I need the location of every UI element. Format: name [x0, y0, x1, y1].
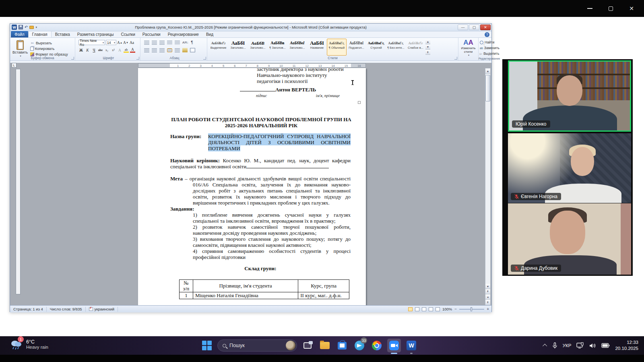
- microphone-icon[interactable]: [552, 342, 557, 349]
- dialog-launcher-icon[interactable]: [136, 57, 139, 60]
- word-close-button[interactable]: ✕: [480, 25, 491, 30]
- style-item[interactable]: АаБбВвГг, ¶ Без инте...: [386, 39, 406, 56]
- zoom-level[interactable]: 100%: [442, 307, 452, 311]
- zoom-in-icon[interactable]: +: [487, 307, 489, 311]
- file-explorer-button[interactable]: [318, 339, 332, 352]
- cast-display-icon[interactable]: [576, 342, 584, 349]
- sort-icon[interactable]: АЯ↓: [182, 41, 188, 44]
- numbering-icon[interactable]: [152, 41, 157, 45]
- start-button[interactable]: [200, 339, 214, 352]
- tab-view[interactable]: Вид: [202, 31, 217, 37]
- change-case-icon[interactable]: Аа: [129, 40, 134, 45]
- align-right-icon[interactable]: [159, 48, 165, 52]
- shrink-font-icon[interactable]: А▼: [123, 40, 128, 45]
- word-titlebar[interactable]: W ↶ ▾ Проблемна група_Косенко Ю.М._2025-…: [10, 24, 491, 31]
- zoom-slider[interactable]: [459, 309, 484, 310]
- word-maximize-button[interactable]: ▢: [469, 25, 479, 30]
- language-indicator[interactable]: УКР: [563, 343, 572, 348]
- tray-overflow-chevron-icon[interactable]: [543, 344, 547, 348]
- grow-font-icon[interactable]: А▲: [117, 40, 122, 45]
- justify-icon[interactable]: [167, 48, 172, 52]
- microsoft-store-button[interactable]: [335, 339, 349, 352]
- align-left-icon[interactable]: [144, 48, 149, 52]
- text-effects-icon[interactable]: А: [117, 48, 122, 53]
- style-item[interactable]: АаБбВ Заголово...: [248, 39, 268, 56]
- styles-more-icon[interactable]: ⇟: [425, 50, 430, 55]
- participant-video[interactable]: Дарина Дубовик: [508, 203, 631, 275]
- change-styles-button[interactable]: АА Изменить стили ▾: [458, 38, 478, 56]
- vertical-scrollbar[interactable]: ▲ ▼ ⇞ ● ⇟: [485, 68, 491, 305]
- status-word-count[interactable]: Число слов: 9/835: [47, 307, 86, 312]
- document-page[interactable]: заступник директора з наукової роботи На…: [138, 68, 366, 305]
- weather-widget[interactable]: 1 6°C Heavy rain: [10, 338, 48, 351]
- browse-prev-icon[interactable]: ⇞: [485, 289, 490, 294]
- scrollbar-thumb[interactable]: [485, 75, 490, 101]
- styles-scroll-up-icon[interactable]: ▲: [425, 39, 430, 44]
- copy-button[interactable]: Копировать: [29, 46, 69, 52]
- superscript-button[interactable]: x²: [111, 48, 116, 53]
- style-item[interactable]: АаБбВеГг Выделение: [208, 39, 228, 56]
- speaker-icon[interactable]: [589, 343, 596, 349]
- cut-button[interactable]: ✂ Вырезать: [29, 40, 69, 46]
- tab-home[interactable]: Главная: [28, 31, 52, 37]
- tab-insert[interactable]: Вставка: [52, 31, 74, 37]
- style-item[interactable]: АаБбВеГе Слабое в...: [406, 39, 425, 56]
- strikethrough-button[interactable]: abc: [98, 48, 103, 53]
- participant-video[interactable]: Євгенія Нагорна: [508, 133, 631, 203]
- scroll-down-icon[interactable]: ▼: [485, 284, 490, 289]
- view-outline-icon[interactable]: [429, 307, 433, 311]
- replace-button[interactable]: ab Заменить: [479, 45, 503, 51]
- italic-button[interactable]: К: [85, 48, 90, 53]
- clock[interactable]: 12:33 20.10.2025: [615, 339, 638, 352]
- maximize-icon[interactable]: [606, 4, 615, 13]
- word-app-button[interactable]: W: [405, 339, 418, 352]
- chrome-button[interactable]: [370, 339, 384, 352]
- battery-icon[interactable]: [601, 343, 610, 348]
- subscript-button[interactable]: x₂: [104, 48, 109, 53]
- view-fullscreen-icon[interactable]: [415, 307, 419, 311]
- highlight-color-button[interactable]: ab: [124, 48, 129, 53]
- telegram-button[interactable]: 33: [353, 339, 366, 352]
- status-page[interactable]: Страница: 1 из 4: [10, 307, 47, 312]
- style-item[interactable]: АаБбВв ¶ Заголов...: [268, 39, 287, 56]
- minimize-icon[interactable]: [585, 4, 594, 13]
- task-view-button[interactable]: [301, 339, 314, 352]
- view-web-icon[interactable]: [422, 307, 426, 311]
- vertical-ruler[interactable]: [16, 69, 21, 294]
- zoom-app-button[interactable]: [387, 339, 401, 352]
- style-item[interactable]: АаБбВвГг, Строгий: [366, 39, 386, 56]
- close-icon[interactable]: ✕: [627, 4, 636, 13]
- style-item[interactable]: АаБбВвІ Заголово...: [287, 39, 307, 56]
- tab-references[interactable]: Ссылки: [118, 31, 139, 37]
- tab-mailings[interactable]: Рассылки: [139, 31, 164, 37]
- underline-button[interactable]: Ч: [91, 48, 97, 53]
- font-color-button[interactable]: А: [130, 48, 135, 53]
- decrease-indent-icon[interactable]: [167, 41, 172, 45]
- participant-video-active[interactable]: Юрій Косенко: [508, 60, 631, 132]
- borders-icon[interactable]: [190, 48, 195, 52]
- tab-page-layout[interactable]: Разметка страницы: [74, 31, 118, 37]
- style-item[interactable]: АаБбІ Название: [307, 39, 327, 56]
- horizontal-ruler[interactable]: 1 2 3 4 5 6 7 8 9 10 11 12 13 14 15 16: [138, 63, 366, 68]
- style-item-selected[interactable]: АаБбВвГг, ¶ Обычный: [327, 39, 347, 56]
- style-item[interactable]: АаБбІ Заголово...: [228, 39, 248, 56]
- styles-scroll-down-icon[interactable]: ▼: [425, 45, 430, 50]
- bold-button[interactable]: Ж: [78, 48, 84, 53]
- dialog-launcher-icon[interactable]: [203, 57, 206, 60]
- browse-next-icon[interactable]: ⇟: [485, 300, 490, 305]
- tab-stop-selector[interactable]: L: [12, 63, 17, 68]
- font-name-combo[interactable]: Times New Ro▾: [78, 40, 105, 45]
- dialog-launcher-icon[interactable]: [71, 57, 74, 60]
- tab-file[interactable]: Файл: [11, 31, 28, 37]
- select-button[interactable]: ▻ Выделить: [479, 51, 503, 56]
- align-center-icon[interactable]: [152, 48, 157, 52]
- status-language[interactable]: украинский: [86, 307, 118, 312]
- line-spacing-icon[interactable]: [175, 48, 180, 52]
- increase-indent-icon[interactable]: [175, 41, 180, 45]
- pilcrow-icon[interactable]: ¶: [191, 40, 193, 45]
- tab-review[interactable]: Рецензирование: [164, 31, 202, 37]
- shading-icon[interactable]: [182, 48, 188, 52]
- search-box[interactable]: Пошук: [217, 339, 297, 352]
- font-size-combo[interactable]: 14▾: [106, 40, 116, 45]
- word-minimize-button[interactable]: —: [458, 25, 468, 30]
